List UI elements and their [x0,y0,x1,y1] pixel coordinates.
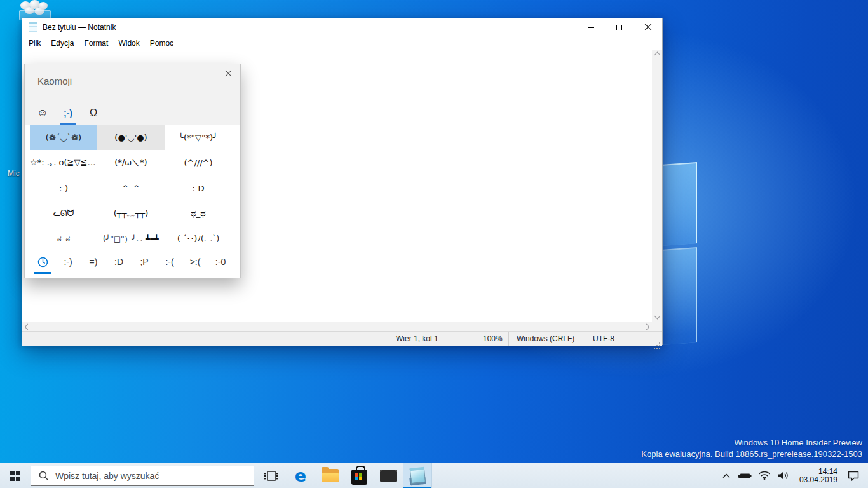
menu-pomoc[interactable]: Pomoc [145,37,179,50]
mail-app-button[interactable] [374,463,403,488]
task-view-button[interactable] [257,463,286,488]
kaomoji-cell[interactable]: (❁´◡`❁) [30,125,97,150]
category-sad[interactable]: :-( [157,251,182,273]
wallpaper-logo-pane [661,162,697,246]
chevron-right-icon [644,324,650,330]
window-title: Bez tytułu — Notatnik [43,23,576,32]
taskbar-search[interactable] [31,466,254,486]
picker-title: Kaomoji [37,76,72,86]
battery-charging-icon[interactable] [738,469,752,483]
kaomoji-cell[interactable]: ᓚᘏᗢ [30,201,97,226]
start-button windows-logo-icon[interactable] [0,463,31,488]
tab-symbols omega-icon[interactable]: Ω [81,104,106,122]
kaomoji-grid: (❁´◡`❁) (●'◡'●) ╰(*°▽°*)╯ ☆*: .｡. o(≧▽≦)… [25,125,240,252]
notepad-app-icon [29,22,37,32]
search-input[interactable] [55,471,254,481]
mail-envelope-icon [380,470,397,482]
category-surprised[interactable]: :-0 [208,251,233,273]
kaomoji-cell[interactable]: (●'◡'●) [97,125,165,150]
kaomoji-category-bar: :-) =) :D ;P :-( >:( :-0 [30,251,233,273]
scroll-up-button[interactable] [652,50,662,60]
category-smile[interactable]: :-) [55,251,81,273]
action-center-button[interactable] [846,469,860,483]
status-bar: Wier 1, kol 1 100% Windows (CRLF) UTF-8 [22,331,662,346]
picker-header: Kaomoji ☺ ;-) Ω [25,64,240,125]
folder-icon [322,469,339,482]
minimize-icon [588,27,594,28]
close-icon [644,24,652,31]
action-center-icon [847,470,860,481]
menu-widok[interactable]: Widok [113,37,144,50]
kaomoji-cell[interactable]: :-D [165,175,232,201]
file-explorer-button[interactable] [315,463,344,488]
category-angry[interactable]: >:( [182,251,208,273]
clock-date: 03.04.2019 [799,476,837,484]
scroll-down-button[interactable] [652,311,662,322]
chevron-up-icon [654,52,660,58]
search-icon [39,471,49,481]
maximize-icon [616,25,622,30]
kaomoji-cell[interactable]: :-) [30,175,97,201]
desktop: Mic Windows 10 Home Insider Preview Kopi… [0,0,868,488]
close-button[interactable] [634,18,662,36]
status-zoom-level: 100% [475,332,508,346]
edge-browser-button[interactable]: e [286,463,315,488]
edge-icon: e [295,467,306,484]
clock-time: 14:14 [799,468,837,476]
tab-kaomoji[interactable]: ;-) [55,104,81,122]
title-bar[interactable]: Bez tytułu — Notatnik [22,18,662,36]
category-happy[interactable]: =) [81,251,106,273]
kaomoji-cell[interactable]: (*/ω＼*) [97,150,165,175]
kaomoji-cell[interactable]: ( ´･･)ﾉ(._.`) [165,226,232,252]
wifi-icon[interactable] [757,469,771,483]
picker-close-icon[interactable] [224,69,234,79]
horizontal-scrollbar[interactable] [22,322,662,331]
store-bag-icon [351,470,367,485]
volume-icon[interactable] [776,469,790,483]
kaomoji-cell[interactable]: ^_^ [97,175,165,201]
menu-edycja[interactable]: Edycja [46,37,79,50]
notepad-icon [409,466,426,484]
scroll-right-button[interactable] [641,322,652,332]
tray-clock[interactable]: 14:14 03.04.2019 [799,468,837,484]
scroll-left-button[interactable] [22,322,33,332]
vertical-scrollbar[interactable] [652,50,662,322]
emoji-picker-panel: Kaomoji ☺ ;-) Ω (❁´◡`❁) (●'◡'●) ╰(*°▽°*)… [24,64,241,278]
system-tray: 14:14 03.04.2019 [719,468,868,484]
kaomoji-cell[interactable]: ಥ_ಥ [165,201,232,226]
kaomoji-cell[interactable]: ಠ_ಠ [30,226,97,252]
tray-expand-button chevron-up-icon[interactable] [719,469,733,483]
status-cursor-position: Wier 1, kol 1 [388,332,475,346]
minimize-button[interactable] [576,18,605,36]
kaomoji-cell[interactable]: ☆*: .｡. o(≧▽≦)o .｡.:*☆ [30,150,97,175]
watermark-line2: Kopia ewaluacyjna. Build 18865.rs_prerel… [641,449,862,460]
text-caret [25,52,25,62]
insider-watermark: Windows 10 Home Insider Preview Kopia ew… [641,437,862,460]
status-encoding: UTF-8 [585,332,662,346]
tab-emoji smiley-icon[interactable]: ☺ [30,104,55,122]
taskbar: e 14:14 03.04.2019 [0,463,868,488]
wallpaper-logo-pane [661,247,697,345]
menu-format[interactable]: Format [79,37,113,50]
microsoft-store-button[interactable] [344,463,374,488]
maximize-button[interactable] [605,18,634,36]
category-tongue[interactable]: ;P [132,251,157,273]
kaomoji-cell[interactable]: (┬┬﹏┬┬) [97,201,165,226]
kaomoji-cell[interactable]: (╯°□°）╯︵ ┻━┻ [97,226,165,252]
kaomoji-cell[interactable]: ╰(*°▽°*)╯ [165,125,232,150]
chevron-down-icon [654,313,660,320]
chevron-left-icon [25,324,31,330]
task-view-icon [264,470,279,482]
category-laugh[interactable]: :D [106,251,132,273]
resize-grip[interactable] [659,342,660,344]
picker-tabs: ☺ ;-) Ω [30,104,106,122]
notepad-taskbar-button[interactable] [403,463,432,488]
category-recent clock-icon[interactable] [30,251,55,273]
status-line-ending: Windows (CRLF) [508,332,585,346]
kaomoji-cell[interactable]: (^///^) [165,150,232,175]
menu-plik[interactable]: Plik [24,37,46,50]
watermark-line1: Windows 10 Home Insider Preview [641,437,862,449]
menu-bar: Plik Edycja Format Widok Pomoc [22,36,662,50]
desktop-icon-label-partial[interactable]: Mic [8,169,20,178]
